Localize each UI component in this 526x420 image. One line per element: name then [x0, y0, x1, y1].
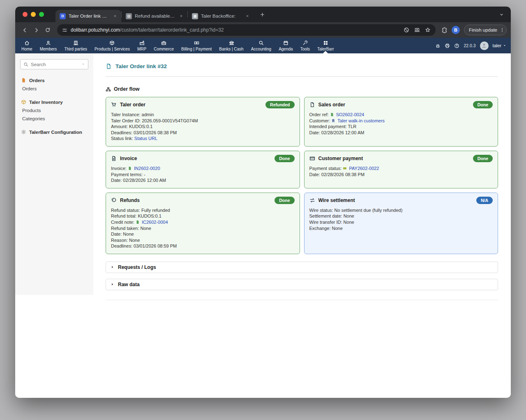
- nav-item-label: Products | Services: [95, 47, 130, 51]
- tab-search-button[interactable]: [496, 9, 507, 20]
- back-button[interactable]: [19, 25, 30, 35]
- nav-item-label: Members: [40, 47, 57, 51]
- install-app-icon[interactable]: [414, 27, 420, 33]
- nav-item-members[interactable]: Members: [36, 38, 61, 53]
- card-line: Refund taken: None: [111, 225, 295, 232]
- card-customer-payment: Customer paymentDonePayment status: PAY2…: [304, 151, 498, 188]
- sidebar: OrdersOrdersTaler InventoryProductsCateg…: [15, 53, 93, 398]
- card-header: InvoiceDone: [111, 155, 295, 162]
- user-menu[interactable]: taler: [493, 43, 507, 48]
- card-line: Credit note: IC2602-0004: [111, 219, 295, 225]
- card-link[interactable]: SO2602-0024: [336, 112, 365, 117]
- search-icon: [23, 62, 28, 67]
- nav-item-label: Tools: [300, 47, 310, 51]
- card-icon: [309, 156, 315, 161]
- url-bar-actions: [404, 27, 431, 33]
- card-taler-order: Taler orderRefundedTaler Instance: admin…: [106, 97, 300, 147]
- card-grid: Taler orderRefundedTaler Instance: admin…: [106, 97, 498, 254]
- nav-item-billing-payment[interactable]: Billing | Payment: [178, 38, 215, 53]
- accordion-raw-data[interactable]: Raw data: [106, 279, 498, 290]
- navbar-right: 22.0.3 taler: [435, 38, 508, 53]
- tab-close-button[interactable]: [112, 13, 118, 19]
- print-icon[interactable]: [445, 43, 450, 48]
- profile-badge[interactable]: B: [452, 26, 460, 34]
- card-line: Settlement date: None: [309, 213, 493, 219]
- card-body: Wire status: No settlement due (fully re…: [309, 207, 493, 231]
- browser-tab[interactable]: DTaler Order link #32: [55, 10, 121, 22]
- nav-item-third-parties[interactable]: Third parties: [60, 38, 91, 53]
- sidebar-section-title[interactable]: TalerBarr Configuration: [20, 129, 88, 135]
- card-line: Wire status: No settlement due (fully re…: [309, 207, 493, 213]
- file-solid-icon: [136, 220, 140, 224]
- help-icon[interactable]: [454, 43, 459, 48]
- card-link[interactable]: Taler walk-in customers: [337, 118, 385, 123]
- close-window-button[interactable]: [23, 12, 28, 17]
- url-bar[interactable]: dolibarr.potuzhnyi.com/custom/talerbarr/…: [57, 24, 436, 36]
- card-header: RefundsDone: [111, 197, 295, 204]
- card-body: Invoice: IN2602-0020Payment terms: -Date…: [111, 165, 295, 184]
- nav-item-products-services[interactable]: Products | Services: [91, 38, 134, 53]
- card-link[interactable]: IC2602-0004: [142, 220, 168, 225]
- zoom-window-button[interactable]: [39, 12, 44, 17]
- card-line: Date: None: [111, 231, 295, 237]
- site-info-icon[interactable]: [62, 28, 67, 33]
- minimize-window-button[interactable]: [31, 12, 36, 17]
- card-link[interactable]: PAY2602-0022: [349, 166, 379, 171]
- nav-item-home[interactable]: Home: [18, 38, 36, 53]
- tab-close-button[interactable]: [244, 13, 251, 19]
- finish-update-button[interactable]: Finish update: [464, 25, 507, 35]
- card-line: Invoice: IN2602-0020: [111, 165, 295, 172]
- status-badge: Refunded: [265, 101, 294, 108]
- card-line: Wire transfer ID: None: [309, 219, 493, 225]
- nav-item-commerce[interactable]: Commerce: [150, 38, 178, 53]
- card-line: Customer: Taler walk-in customers: [309, 118, 493, 124]
- reload-button[interactable]: [42, 25, 53, 35]
- tab-list: DTaler Order link #32▤Refund available f…: [55, 7, 254, 22]
- file-solid-icon: [128, 166, 132, 170]
- card-link[interactable]: Status URL: [134, 136, 157, 141]
- forward-button[interactable]: [31, 25, 42, 35]
- object-file-icon: [106, 63, 112, 69]
- accordion-requests-logs[interactable]: Requests / Logs: [106, 262, 498, 273]
- main-content: Taler Order link #32 Order flow Taler or…: [93, 53, 511, 398]
- order-flow-label: Order flow: [114, 86, 140, 92]
- sidebar-section-title[interactable]: Orders: [20, 78, 88, 83]
- content-blocked-icon[interactable]: [404, 27, 409, 33]
- box-icon: [109, 40, 115, 46]
- browser-tab[interactable]: ▤Refund available for Order fro: [122, 10, 187, 22]
- extensions-puzzle-icon[interactable]: [441, 27, 448, 33]
- nav-item-accounting[interactable]: Accounting: [247, 38, 275, 53]
- money-solid-icon: [343, 166, 347, 170]
- nav-item-tools[interactable]: Tools: [297, 38, 314, 53]
- nav-item-agenda[interactable]: Agenda: [275, 38, 296, 53]
- tab-strip: DTaler Order link #32▤Refund available f…: [15, 7, 511, 22]
- bookmark-star-icon[interactable]: [425, 27, 431, 33]
- tab-favicon-icon: D: [60, 13, 66, 19]
- menu-kebab-icon[interactable]: [499, 27, 505, 33]
- user-avatar[interactable]: [480, 41, 489, 50]
- sidebar-item-categories[interactable]: Categories: [20, 114, 88, 121]
- nav-item-talerbarr[interactable]: TalerBarr: [314, 38, 338, 53]
- nav-item-banks-cash[interactable]: Banks | Cash: [215, 38, 247, 53]
- sidebar-section-title[interactable]: Taler Inventory: [20, 99, 88, 105]
- page-title: Taler Order link #32: [106, 63, 498, 69]
- sidebar-item-products[interactable]: Products: [20, 106, 88, 113]
- search-input[interactable]: [31, 62, 79, 67]
- nav-item-label: Agenda: [279, 47, 293, 51]
- card-header: Taler orderRefunded: [111, 101, 295, 108]
- page-title-text: Taler Order link #32: [115, 63, 167, 69]
- card-link[interactable]: IN2602-0020: [134, 166, 160, 171]
- bottom-divider: [106, 300, 498, 300]
- nav-item-mrp[interactable]: MRP: [134, 38, 150, 53]
- card-header: Sales orderDone: [309, 101, 493, 108]
- tab-close-button[interactable]: [178, 13, 185, 19]
- calendar-icon: [283, 40, 288, 46]
- new-tab-button[interactable]: [257, 9, 268, 20]
- debug-bug-icon[interactable]: [435, 43, 441, 48]
- sidebar-item-orders[interactable]: Orders: [20, 84, 88, 91]
- back-arrow-icon: [22, 27, 28, 33]
- search-caret-icon[interactable]: [81, 62, 85, 66]
- browser-tab[interactable]: ▦Taler Backoffice:: [188, 10, 254, 22]
- accordion-label: Requests / Logs: [118, 264, 156, 270]
- gear-icon: [21, 129, 26, 135]
